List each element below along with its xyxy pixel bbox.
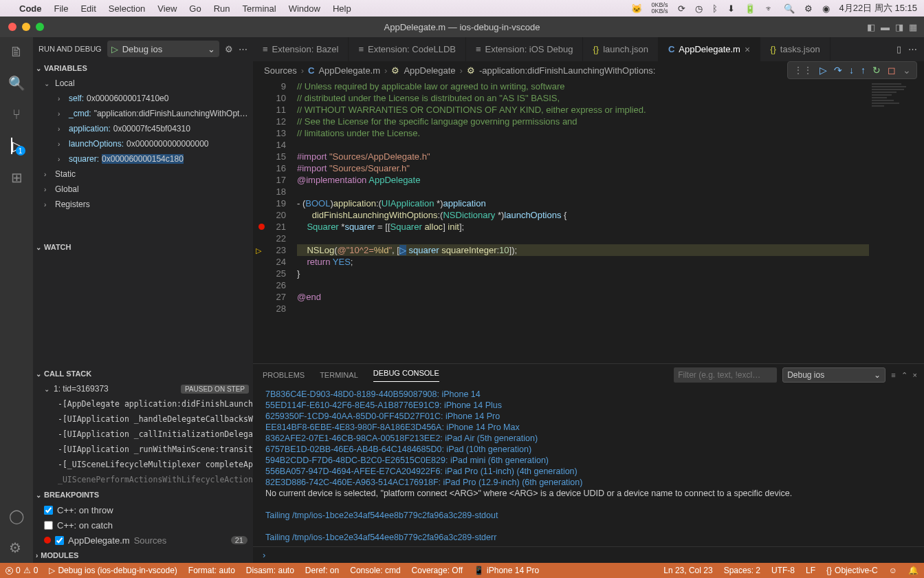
search-icon[interactable]: 🔍	[784, 3, 795, 14]
format-status[interactable]: Format: auto	[188, 566, 235, 575]
source-control-icon[interactable]: ⑂	[12, 107, 21, 122]
go-menu[interactable]: Go	[189, 3, 201, 14]
variable-row[interactable]: ›squarer: 0x000060000154c180	[33, 151, 253, 167]
problems-tab[interactable]: PROBLEMS	[263, 371, 305, 379]
toggle-panel-icon[interactable]: ▬	[881, 22, 890, 32]
editor-tab-active[interactable]: CAppDelegate.m×	[659, 37, 760, 61]
language-status[interactable]: {} Objective-C	[826, 566, 878, 575]
wifi-icon[interactable]: ᯤ	[765, 3, 774, 14]
variable-row[interactable]: ›application: 0x00007fc45bf04310	[33, 121, 253, 136]
continue-icon[interactable]: ▷	[820, 65, 827, 76]
debug-config-select[interactable]: ▷ Debug ios ⌄	[107, 41, 219, 57]
code-content[interactable]: // Unless required by applicable law or …	[294, 79, 869, 363]
run-debug-icon[interactable]: ▷1	[11, 138, 23, 154]
run-menu[interactable]: Run	[214, 3, 230, 14]
play-icon[interactable]: ▷	[111, 44, 118, 54]
variable-row[interactable]: ›launchOptions: 0x0000000000000000	[33, 136, 253, 151]
terminal-menu[interactable]: Terminal	[243, 3, 276, 14]
static-scope[interactable]: ›Static	[33, 167, 253, 182]
errors-item[interactable]: ✕0 ⚠0	[6, 566, 38, 575]
stack-frame[interactable]: _UIScenePerformActionsWithLifecycleActio…	[33, 472, 253, 487]
edit-menu[interactable]: Edit	[80, 3, 96, 14]
layout-icon[interactable]: ▦	[909, 22, 917, 32]
console-filter-input[interactable]	[674, 367, 777, 383]
debug-status[interactable]: ▷ Debug ios (ios-debug-in-vscode)	[49, 566, 177, 575]
control-center-icon[interactable]: ⚙	[804, 3, 813, 14]
breakpoint-row[interactable]: C++: on catch	[33, 517, 253, 533]
clock-icon[interactable]: ◷	[695, 3, 703, 14]
split-editor-icon[interactable]: ▯	[896, 44, 901, 54]
more-icon[interactable]: ⋯	[908, 44, 917, 54]
coverage-status[interactable]: Coverage: Off	[412, 566, 463, 575]
clock[interactable]: 4月22日 周六 15:15	[839, 2, 917, 14]
chevron-down-icon[interactable]: ⌄	[208, 44, 215, 54]
breakpoint-file-row[interactable]: AppDelegate.m Sources 21	[33, 533, 253, 548]
editor-tab[interactable]: {}launch.json	[583, 37, 658, 61]
device-status[interactable]: 📱 iPhone 14 Pro	[474, 566, 539, 575]
stack-frame[interactable]: -[UIApplication _handleDelegateCallbacks…	[33, 411, 253, 427]
deref-status[interactable]: Deref: on	[305, 566, 339, 575]
help-menu[interactable]: Help	[333, 3, 351, 14]
close-tab-icon[interactable]: ×	[745, 44, 750, 55]
eol-status[interactable]: LF	[806, 566, 815, 575]
breakpoint-checkbox[interactable]	[44, 506, 53, 515]
stack-frame[interactable]: -[_UISceneLifecycleMultiplexer completeA…	[33, 457, 253, 472]
toggle-sidebar-icon[interactable]: ◧	[867, 22, 875, 32]
breakpoints-section-header[interactable]: ⌄BREAKPOINTS	[33, 487, 253, 502]
breakpoint-row[interactable]: C++: on throw	[33, 502, 253, 517]
battery-icon[interactable]: 🔋	[745, 3, 756, 14]
breadcrumb[interactable]: Sources› CAppDelegate.m› ⚙AppDelegate› ⚙…	[253, 61, 924, 79]
window-menu[interactable]: Window	[289, 3, 320, 14]
debug-console-output[interactable]: 7B836C4E-D903-48D0-8189-440B59087908: iP…	[253, 386, 924, 546]
maximize-button[interactable]	[36, 23, 44, 31]
callstack-section-header[interactable]: ⌄CALL STACK	[33, 366, 253, 381]
app-menu[interactable]: Code	[19, 3, 42, 14]
feedback-icon[interactable]: ☺	[889, 566, 897, 575]
disasm-status[interactable]: Disasm: auto	[246, 566, 294, 575]
variables-section-header[interactable]: ⌄ VARIABLES	[33, 61, 253, 76]
step-into-icon[interactable]: ↓	[849, 65, 854, 76]
sync-icon[interactable]: ⟳	[678, 3, 685, 14]
code-editor[interactable]: 91011121314151617181920212223▷2425262728…	[253, 79, 924, 363]
local-scope[interactable]: ⌄Local	[33, 76, 253, 91]
terminal-tab[interactable]: TERMINAL	[320, 371, 358, 379]
explorer-icon[interactable]: 🗎	[10, 44, 23, 60]
thread-row[interactable]: ⌄ 1: tid=3169373 PAUSED ON STEP	[33, 381, 253, 396]
indent-status[interactable]: Spaces: 2	[724, 566, 760, 575]
stack-frame[interactable]: -[UIApplication _runWithMainScene:transi…	[33, 442, 253, 457]
close-button[interactable]	[8, 23, 16, 31]
editor-tab[interactable]: ≡Extension: iOS Debug	[466, 37, 584, 61]
settings-icon[interactable]: ⚙	[9, 539, 24, 556]
chevron-down-icon[interactable]: ⌄	[903, 65, 911, 76]
dropbox-icon[interactable]: ⬇	[727, 3, 735, 14]
minimap[interactable]	[869, 79, 924, 363]
debug-console-tab[interactable]: DEBUG CONSOLE	[373, 369, 439, 382]
notifications-icon[interactable]: 🔔	[908, 566, 918, 575]
debug-console-input[interactable]: ›	[253, 546, 924, 563]
toggle-secondary-icon[interactable]: ◨	[895, 22, 903, 32]
view-menu[interactable]: View	[157, 3, 177, 14]
watch-section-header[interactable]: ⌄WATCH	[33, 239, 253, 255]
drag-handle-icon[interactable]: ⋮⋮	[793, 65, 813, 76]
editor-tab[interactable]: {}tasks.json	[760, 37, 830, 61]
extensions-icon[interactable]: ⊞	[11, 169, 23, 186]
accounts-icon[interactable]: ◯	[9, 508, 24, 524]
global-scope[interactable]: ›Global	[33, 182, 253, 197]
restart-icon[interactable]: ↻	[872, 65, 881, 76]
cat-icon[interactable]: 🐱	[631, 3, 642, 14]
close-panel-icon[interactable]: ×	[913, 371, 917, 379]
clear-console-icon[interactable]: ≡	[891, 371, 895, 379]
step-out-icon[interactable]: ↑	[861, 65, 866, 76]
variable-row[interactable]: ›self: 0x00006000017410e0	[33, 91, 253, 106]
stop-icon[interactable]: ◻	[888, 65, 896, 76]
cursor-position[interactable]: Ln 23, Col 23	[663, 566, 712, 575]
bluetooth-icon[interactable]: ᛒ	[712, 3, 718, 14]
editor-tab[interactable]: ≡Extension: CodeLLDB	[349, 37, 466, 61]
selection-menu[interactable]: Selection	[109, 3, 145, 14]
stack-frame[interactable]: -[AppDelegate application:didFinishLaunc…	[33, 396, 253, 411]
editor-tab[interactable]: ≡Extension: Bazel	[253, 37, 349, 61]
breakpoint-checkbox[interactable]	[44, 521, 53, 530]
gear-icon[interactable]: ⚙	[225, 44, 233, 54]
siri-icon[interactable]: ◉	[822, 3, 830, 14]
search-icon[interactable]: 🔍	[8, 75, 25, 92]
